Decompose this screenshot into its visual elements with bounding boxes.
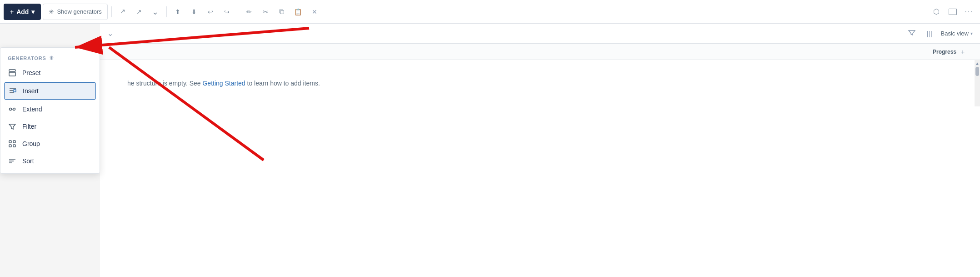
panel-toolbar-left: ⌄ [107,29,113,38]
copy-button[interactable]: ⧉ [275,5,289,19]
toolbar-separator-1 [111,6,112,17]
arrow-right-icon: ↪ [224,8,230,15]
scroll-up-arrow-icon[interactable]: ▲ [975,61,980,66]
export-button[interactable]: ⬡ [929,5,944,19]
more-options-button[interactable]: ··· [962,5,976,19]
generators-section-label: GENERATORS ✳ [0,51,100,64]
add-button[interactable]: + Add ▾ [4,4,41,20]
toolbar-separator-2 [166,6,167,17]
empty-prefix: he structure is empty. See [127,80,202,87]
dropdown-item-preset[interactable]: Preset [0,64,100,81]
panel-columns-icon: ||| [927,30,933,37]
basic-view-label: Basic view [941,30,969,37]
panel-chevron-down-icon: ⌄ [107,29,113,38]
dropdown-item-filter[interactable]: Filter [0,118,100,135]
dropdown-item-extend[interactable]: Extend [0,101,100,118]
export-icon: ⬡ [933,7,940,16]
right-panel: ⌄ ||| Basic view ▾ Progress [100,24,980,277]
show-generators-button[interactable]: ✳ Show generators [43,4,107,20]
basic-view-chevron-icon: ▾ [970,31,973,36]
sort-icon [8,156,17,166]
vertical-scrollbar[interactable]: ▲ [975,60,980,106]
svg-rect-11 [9,145,11,147]
dropdown-item-sort[interactable]: Sort [0,152,100,170]
cut-icon: ✂ [263,8,268,15]
select-arrow-icon: ↙ [120,8,125,15]
pointer-button[interactable]: ↗ [132,5,146,19]
panel-filter-icon [908,29,915,38]
svg-rect-5 [14,90,16,92]
edit-button[interactable]: ✏ [242,5,256,19]
add-plus: + [10,8,14,15]
generators-dropdown: GENERATORS ✳ Preset [0,47,100,174]
show-generators-label: Show generators [57,8,101,15]
preset-icon [8,68,17,77]
panel-filter-button[interactable] [905,26,919,41]
extend-label: Extend [22,106,42,113]
group-icon [8,139,17,148]
scroll-area: he structure is empty. See Getting Start… [100,60,980,106]
add-chevron: ▾ [31,8,35,15]
svg-rect-10 [13,141,15,143]
svg-rect-12 [13,145,15,147]
insert-icon [8,86,17,96]
basic-view-button[interactable]: Basic view ▾ [941,30,973,37]
section-label-text: GENERATORS [8,55,46,61]
chevron-down-button[interactable]: ⌄ [148,5,163,19]
move-up-icon: ⬆ [175,8,180,15]
add-label: Add [16,8,29,15]
filter-label: Filter [22,123,36,130]
cut-button[interactable]: ✂ [258,5,273,19]
toolbar-right: ⬡ ··· [929,5,976,19]
move-up-button[interactable]: ⬆ [170,5,185,19]
paste-icon: 📋 [294,8,302,15]
group-label: Group [22,140,40,147]
extend-icon [8,105,17,114]
move-down-icon: ⬇ [191,8,197,15]
generators-sparkle-icon: ✳ [49,8,54,15]
paste-button[interactable]: 📋 [291,5,305,19]
move-down-button[interactable]: ⬇ [187,5,201,19]
section-sparkle-icon: ✳ [49,55,54,61]
sort-label: Sort [22,157,34,165]
insert-label: Insert [23,87,39,95]
arrow-right-button[interactable]: ↪ [220,5,234,19]
main-content: GENERATORS ✳ Preset [0,24,980,277]
more-options-icon: ··· [965,8,973,16]
arrow-left-icon: ↩ [208,8,213,15]
chevron-down-icon: ⌄ [152,7,159,17]
toolbar-separator-3 [238,6,238,17]
svg-rect-1 [9,72,15,76]
empty-state-message: he structure is empty. See Getting Start… [100,60,347,106]
preset-label: Preset [22,69,40,76]
arrow-left-button[interactable]: ↩ [203,5,218,19]
empty-suffix: to learn how to add items. [245,80,320,87]
svg-point-6 [10,108,12,111]
svg-rect-9 [9,141,11,143]
filter-icon [8,122,17,131]
progress-label: Progress [933,49,956,55]
window-button[interactable] [945,5,960,19]
panel-columns-button[interactable]: ||| [923,26,937,41]
pointer-icon: ↗ [136,8,142,15]
dropdown-item-group[interactable]: Group [0,135,100,152]
window-icon [949,9,957,15]
getting-started-link[interactable]: Getting Started [202,80,245,87]
add-column-button[interactable]: + [958,47,967,56]
delete-icon: ✕ [312,8,317,15]
dropdown-item-insert[interactable]: Insert [4,82,96,100]
svg-rect-0 [9,70,15,71]
select-arrow-button[interactable]: ↙ [115,5,130,19]
delete-button[interactable]: ✕ [307,5,322,19]
edit-icon: ✏ [246,8,252,15]
column-header: Progress + [100,44,980,60]
panel-toolbar: ⌄ ||| Basic view ▾ [100,24,980,44]
main-toolbar: + Add ▾ ✳ Show generators ↙ ↗ ⌄ ⬆ ⬇ ↩ ↪ … [0,0,980,24]
copy-icon: ⧉ [279,8,284,16]
progress-column-header: Progress + [933,47,967,56]
svg-point-7 [13,108,15,111]
scroll-thumb[interactable] [975,67,979,76]
add-column-icon: + [961,48,965,55]
